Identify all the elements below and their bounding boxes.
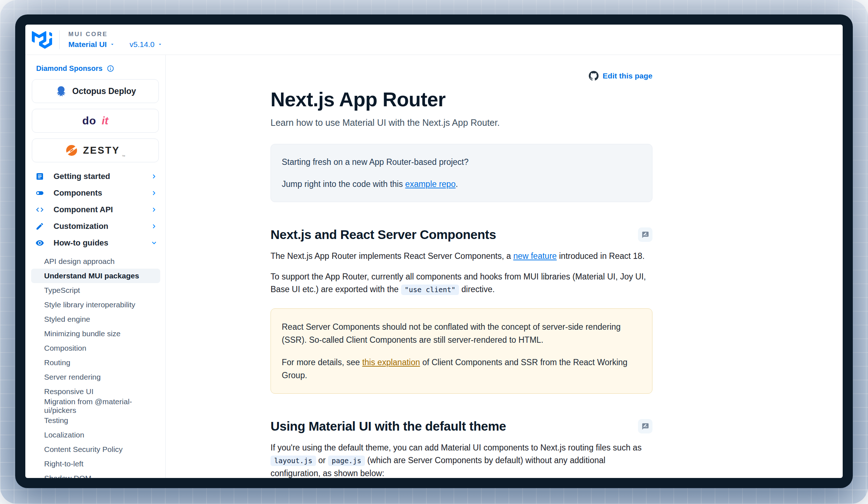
- chevron-down-icon: [157, 42, 163, 47]
- sidebar-item-component-api[interactable]: Component API: [25, 201, 165, 218]
- sidebar-subitem[interactable]: Shadow DOM: [31, 471, 160, 478]
- callout-line2: Jump right into the code with this examp…: [282, 178, 641, 191]
- feedback-button[interactable]: [638, 419, 652, 433]
- sidebar-nav: Getting started Components Component API: [25, 168, 165, 251]
- version-dropdown[interactable]: v5.14.0: [129, 40, 163, 49]
- diamond-sponsors-label: Diamond Sponsors: [36, 64, 102, 73]
- docs-page: MUI CORE Material UI v5.14.0 Diamond: [25, 25, 843, 478]
- section-title-default-theme: Using Material UI with the default theme: [271, 419, 506, 433]
- sidebar-subitem[interactable]: Styled engine: [31, 312, 160, 326]
- sidebar-subitem[interactable]: Routing: [31, 355, 160, 370]
- sidebar-subitem[interactable]: API design approach: [31, 254, 160, 269]
- sidebar-subitem[interactable]: Right-to-left: [31, 457, 160, 471]
- zesty-trademark: ™: [122, 154, 125, 158]
- paragraph-rsc-2: To support the App Router, currently all…: [271, 270, 652, 296]
- sidebar-subitem[interactable]: Minimizing bundle size: [31, 326, 160, 341]
- chevron-right-icon: [151, 190, 157, 196]
- code-icon: [35, 205, 44, 214]
- warning-line2: For more details, see this explanation o…: [282, 356, 641, 382]
- octopus-icon: [55, 85, 68, 98]
- sidebar-subitem[interactable]: Understand MUI packages: [31, 269, 160, 283]
- sidebar-subitem[interactable]: Testing: [31, 413, 160, 428]
- feedback-button[interactable]: [638, 227, 652, 242]
- new-feature-link[interactable]: new feature: [513, 251, 557, 261]
- chevron-right-icon: [151, 223, 157, 230]
- comment-edit-icon: [642, 423, 649, 430]
- toggle-icon: [35, 189, 44, 197]
- paragraph-default-theme: If you're using the default theme, you c…: [271, 441, 652, 478]
- chevron-right-icon: [151, 173, 157, 180]
- chevron-down-icon: [110, 42, 115, 47]
- sidebar-item-getting-started[interactable]: Getting started: [25, 168, 165, 185]
- comment-edit-icon: [642, 231, 649, 239]
- layout-js-code: layout.js: [271, 456, 316, 466]
- article-icon: [35, 172, 44, 181]
- edit-this-page-link[interactable]: Edit this page: [271, 71, 652, 81]
- sidebar-subitem[interactable]: Content Security Policy: [31, 442, 160, 457]
- zesty-label: ZESTY: [83, 145, 120, 156]
- sidebar-item-components[interactable]: Components: [25, 185, 165, 201]
- sponsor-octopus-deploy[interactable]: Octopus Deploy: [32, 79, 159, 103]
- header-divider: [59, 30, 60, 49]
- chevron-right-icon: [151, 206, 157, 213]
- section-title-rsc: Next.js and React Server Components: [271, 227, 496, 242]
- page-title: Next.js App Router: [271, 88, 652, 111]
- product-dropdown[interactable]: Material UI: [68, 40, 115, 49]
- warning-line1: React Server Components should not be co…: [282, 320, 641, 346]
- doit-logo-it: it: [102, 115, 108, 127]
- sidebar-subitem[interactable]: Composition: [31, 341, 160, 355]
- brand-block: MUI CORE Material UI v5.14.0: [68, 31, 163, 49]
- sidebar-subnav: API design approachUnderstand MUI packag…: [25, 254, 165, 478]
- sponsor-octopus-label: Octopus Deploy: [72, 86, 136, 96]
- paragraph-rsc-1: The Next.js App Router implements React …: [271, 250, 652, 262]
- sidebar-item-customization[interactable]: Customization: [25, 218, 165, 235]
- doit-logo-do: do: [82, 115, 97, 127]
- sidebar-subitem[interactable]: Responsive UI: [31, 384, 160, 399]
- page-header: MUI CORE Material UI v5.14.0: [25, 25, 843, 55]
- page-subtitle: Learn how to use Material UI with the Ne…: [271, 118, 652, 128]
- example-repo-link[interactable]: example repo: [405, 179, 455, 189]
- sidebar-subitem[interactable]: Style library interoperability: [31, 298, 160, 312]
- eye-icon: [35, 239, 44, 247]
- pencil-icon: [35, 222, 44, 231]
- sidebar-subitem[interactable]: TypeScript: [31, 283, 160, 298]
- mui-logo[interactable]: [32, 31, 52, 49]
- callout-neutral: Starting fresh on a new App Router-based…: [271, 144, 652, 202]
- info-icon[interactable]: [107, 65, 114, 72]
- sidebar-item-how-to-guides[interactable]: How-to guides: [25, 235, 165, 251]
- use-client-code: "use client": [401, 285, 459, 295]
- brand-eyebrow: MUI CORE: [68, 31, 163, 38]
- callout-line1: Starting fresh on a new App Router-based…: [282, 156, 641, 168]
- github-icon: [589, 71, 599, 81]
- callout-warning: React Server Components should not be co…: [271, 308, 652, 394]
- diamond-sponsors-row[interactable]: Diamond Sponsors: [36, 64, 165, 73]
- main-content: Edit this page Next.js App Router Learn …: [166, 55, 843, 478]
- sidebar-subitem[interactable]: Localization: [31, 428, 160, 442]
- this-explanation-link[interactable]: this explanation: [362, 358, 420, 367]
- sponsor-doit[interactable]: doit: [32, 109, 159, 133]
- window-frame: MUI CORE Material UI v5.14.0 Diamond: [15, 14, 853, 488]
- sponsor-zesty[interactable]: ZESTY ™: [32, 138, 159, 162]
- zesty-icon: [65, 144, 78, 157]
- sidebar: Diamond Sponsors Octopus Deploy doit: [25, 55, 166, 478]
- page-js-code: page.js: [328, 456, 365, 466]
- chevron-down-icon: [151, 240, 157, 246]
- sidebar-subitem[interactable]: Migration from @material-ui/pickers: [31, 399, 160, 413]
- sidebar-subitem[interactable]: Server rendering: [31, 370, 160, 384]
